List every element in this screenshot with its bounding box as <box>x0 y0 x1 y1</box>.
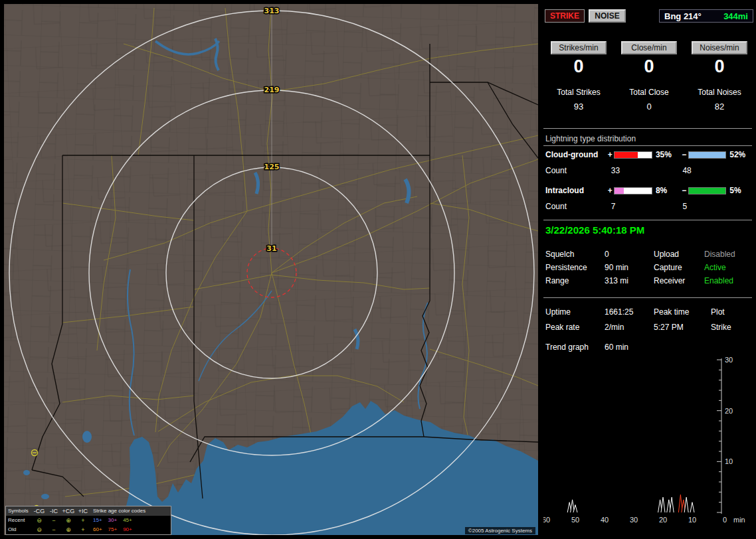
legend-col-ic-pos: +IC <box>76 508 90 514</box>
cg-negative-percent: 52% <box>726 150 754 159</box>
svg-text:0: 0 <box>723 516 727 524</box>
strike-toggle-button[interactable]: STRIKE <box>545 9 585 23</box>
ic-positive-bar <box>614 187 652 194</box>
peak-rate-label: Peak rate <box>545 323 605 332</box>
svg-text:30: 30 <box>725 356 733 364</box>
ic-positive-percent: 8% <box>652 186 680 195</box>
cg-positive-percent: 35% <box>652 150 680 159</box>
bearing-distance: 344mi <box>723 11 748 21</box>
age-90: 90+ <box>123 527 132 532</box>
minus-sign: − <box>680 186 688 195</box>
ring-label-125: 125 <box>264 163 280 171</box>
range-label: Range <box>545 276 605 285</box>
upload-label: Upload <box>654 250 704 259</box>
upload-status: Disabled <box>704 250 754 259</box>
legend-col-cg-neg: -CG <box>32 508 47 514</box>
svg-text:20: 20 <box>725 407 733 415</box>
legend-header-row: Symbols -CG -IC +CG +IC Strike age color… <box>6 506 171 516</box>
lightning-detector-app: 313 219 125 31 Symbols -CG -IC +CG +IC S… <box>0 0 756 539</box>
trend-window-value: 60 min <box>605 343 628 352</box>
ic-neg-symbol-icon: − <box>47 518 61 524</box>
peak-rate-value: 2/min <box>605 323 654 332</box>
age-15: 15+ <box>93 518 102 523</box>
ic-negative-bar <box>688 187 727 194</box>
status-panel: STRIKE NOISE Bng 214° 344mi Strikes/min … <box>543 0 756 539</box>
peak-rate-row: Peak rate 2/min 5:27 PM Strike <box>545 323 754 332</box>
minus-sign: − <box>680 150 688 159</box>
range-receiver-row: Range 313 mi Receiver Enabled <box>545 276 754 285</box>
age-45: 45+ <box>123 518 132 523</box>
ic-negative-percent: 5% <box>726 186 754 195</box>
ring-label-313: 313 <box>264 7 280 15</box>
uptime-row: Uptime 1661:25 Peak time Plot <box>545 307 754 317</box>
copyright-notice: ©2005 Astrogenic Systems <box>465 527 535 534</box>
plus-sign: + <box>606 150 614 159</box>
separator <box>543 145 752 146</box>
squelch-label: Squelch <box>545 250 605 259</box>
separator <box>543 128 752 129</box>
total-noises-label: Total Noises <box>684 88 755 97</box>
svg-text:10: 10 <box>688 516 696 524</box>
close-per-min-button[interactable]: Close/min <box>621 41 677 54</box>
strikes-per-min-value: 0 <box>543 56 614 79</box>
ic-positive-count: 7 <box>611 202 683 211</box>
uptime-value: 1661:25 <box>605 307 654 317</box>
panel-toolbar: STRIKE NOISE Bng 214° 344mi <box>545 9 753 23</box>
close-counter-column: Close/min 0 Total Close 0 <box>614 41 684 112</box>
persistence-value: 90 min <box>605 263 654 272</box>
cg-pos-symbol-icon: ⊕ <box>61 518 76 524</box>
ring-label-31: 31 <box>266 244 276 253</box>
svg-text:min: min <box>733 516 745 524</box>
legend-symbols-header: Symbols <box>8 508 32 514</box>
cloud-ground-count-row: Count 33 48 <box>545 166 754 175</box>
age-60: 60+ <box>93 527 102 532</box>
close-per-min-value: 0 <box>614 56 684 79</box>
svg-text:20: 20 <box>659 516 667 524</box>
total-close-value: 0 <box>614 102 684 112</box>
total-noises-value: 82 <box>684 102 755 112</box>
map-canvas[interactable]: 313 219 125 31 <box>4 4 538 535</box>
total-close-label: Total Close <box>614 88 684 97</box>
bearing-value: Bng 214° <box>664 11 702 21</box>
legend-recent-label: Recent <box>8 518 32 523</box>
svg-text:50: 50 <box>571 516 579 524</box>
count-label: Count <box>545 166 611 175</box>
svg-text:40: 40 <box>601 516 609 524</box>
trend-spikes <box>567 495 694 512</box>
intracloud-label: Intracloud <box>545 186 606 195</box>
peak-time-label: Peak time <box>654 307 711 317</box>
intracloud-row: Intracloud + 8% − 5% <box>545 186 754 195</box>
peak-time-value: 5:27 PM <box>654 323 711 332</box>
ic-negative-count: 5 <box>682 202 754 211</box>
ic-neg-symbol-icon: − <box>47 527 61 533</box>
receiver-label: Receiver <box>654 276 704 285</box>
ic-pos-symbol-icon: + <box>76 518 90 524</box>
capture-status: Active <box>704 263 754 272</box>
cg-negative-bar <box>688 151 727 159</box>
cg-neg-symbol-icon: ⊖ <box>32 518 47 524</box>
distribution-title: Lightning type distribution <box>545 134 636 143</box>
legend-col-cg-pos: +CG <box>61 508 76 514</box>
svg-text:30: 30 <box>630 516 638 524</box>
legend-age-header: Strike age color codes <box>90 508 169 514</box>
separator <box>543 297 752 298</box>
age-30: 30+ <box>108 518 118 523</box>
age-75: 75+ <box>108 527 118 532</box>
capture-label: Capture <box>654 263 704 272</box>
cloud-ground-row: Cloud-ground + 35% − 52% <box>545 150 754 159</box>
bearing-display: Bng 214° 344mi <box>659 9 753 23</box>
cg-pos-symbol-icon: ⊕ <box>61 527 76 533</box>
total-strikes-label: Total Strikes <box>543 88 614 97</box>
map-area: 313 219 125 31 Symbols -CG -IC +CG +IC S… <box>4 4 538 535</box>
noises-per-min-button[interactable]: Noises/min <box>692 41 747 54</box>
strikes-counter-column: Strikes/min 0 Total Strikes 93 <box>543 41 614 112</box>
total-strikes-value: 93 <box>543 102 614 112</box>
noise-toggle-button[interactable]: NOISE <box>589 9 626 23</box>
trend-graph: 1020306050403020100min <box>543 354 755 534</box>
plot-label: Plot <box>711 307 754 317</box>
count-label: Count <box>545 202 611 211</box>
map-legend: Symbols -CG -IC +CG +IC Strike age color… <box>5 506 171 535</box>
trend-axis-labels: 1020306050403020100min <box>543 356 745 524</box>
range-value: 313 mi <box>605 276 654 285</box>
strikes-per-min-button[interactable]: Strikes/min <box>551 41 607 54</box>
